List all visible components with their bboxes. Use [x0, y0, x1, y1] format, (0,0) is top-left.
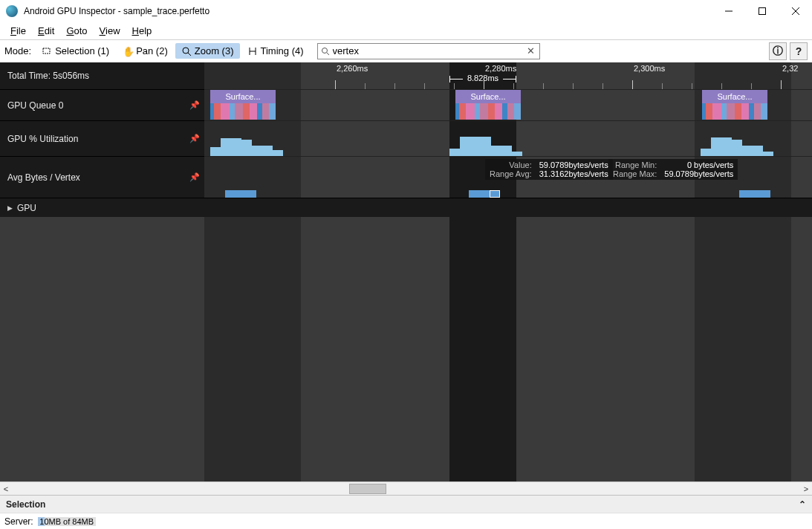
info-button[interactable]: ⓘ — [769, 42, 787, 60]
status-bar: Server: 10MB of 84MB — [0, 513, 812, 529]
track-avg-bytes: Avg Bytes / Vertex 📌 Value:59.0789bytes/… — [0, 156, 812, 198]
track-label-avg-bytes[interactable]: Avg Bytes / Vertex 📌 — [0, 156, 204, 198]
window-title: Android GPU Inspector - sample_trace.per… — [24, 6, 712, 16]
mode-pan-label: Pan (2) — [136, 45, 168, 56]
svg-line-11 — [327, 53, 329, 55]
ruler-row: Total Time: 5s056ms 4ms 2,260ms 2,280ms … — [0, 62, 812, 89]
svg-point-5 — [183, 48, 189, 53]
chevron-up-icon[interactable]: ⌃ — [799, 499, 806, 510]
hand-icon: ✋ — [123, 46, 133, 56]
mode-selection-button[interactable]: Selection (1) — [36, 43, 115, 59]
scrollbar-thumb[interactable] — [349, 484, 386, 494]
total-time-label: Total Time: 5s056ms 4ms — [0, 62, 204, 89]
track-gpu-util: GPU % Utilization 📌 — [0, 120, 812, 156]
minimize-button[interactable] — [712, 0, 745, 22]
timeline-empty[interactable] — [0, 217, 812, 481]
window-controls — [712, 0, 812, 22]
app-icon — [6, 5, 18, 17]
zoom-icon — [181, 46, 192, 56]
track-content-avg-bytes[interactable]: Value:59.0789bytes/verts Range Avg:31.31… — [204, 156, 812, 198]
menubar: File Edit Goto View Help — [0, 22, 812, 40]
scroll-right-icon[interactable]: > — [800, 484, 812, 493]
track-label-gpu-util[interactable]: GPU % Utilization 📌 — [0, 120, 204, 156]
mode-timing-button[interactable]: Timing (4) — [241, 43, 310, 59]
search-icon — [321, 47, 330, 56]
clear-search-icon[interactable]: ✕ — [525, 45, 536, 56]
mode-selection-label: Selection (1) — [55, 45, 109, 56]
horizontal-scrollbar[interactable]: < > — [0, 481, 812, 495]
track-content-gpu-queue[interactable]: Surface... Surface... Surface... — [204, 89, 812, 120]
menu-goto[interactable]: Goto — [60, 23, 93, 39]
mode-zoom-button[interactable]: Zoom (3) — [175, 43, 240, 59]
menu-help[interactable]: Help — [126, 23, 158, 39]
range-tooltip: Range Min:0 bytes/verts Range Max:59.078… — [608, 159, 738, 180]
toolbar-right: ⓘ ? — [769, 42, 808, 60]
mode-label: Mode: — [4, 45, 31, 56]
pin-icon[interactable]: 📌 — [189, 172, 200, 182]
memory-text: 10MB of 84MB — [38, 517, 96, 526]
selection-range-indicator: 8.828ms — [449, 62, 516, 89]
track-group-gpu[interactable]: ▶ GPU — [0, 198, 812, 217]
svg-line-6 — [188, 53, 191, 56]
window-titlebar: Android GPU Inspector - sample_trace.per… — [0, 0, 812, 22]
mode-timing-label: Timing (4) — [261, 45, 304, 56]
scroll-left-icon[interactable]: < — [0, 484, 12, 493]
svg-rect-1 — [759, 8, 765, 15]
ruler-track[interactable]: 2,260ms 2,280ms 2,300ms 2,32 8.828ms — [204, 62, 812, 89]
svg-rect-4 — [43, 48, 50, 53]
value-tooltip: Value:59.0789bytes/verts Range Avg:31.31… — [485, 159, 613, 180]
chevron-right-icon[interactable]: ▶ — [7, 204, 13, 212]
pin-icon[interactable]: 📌 — [189, 100, 200, 110]
pin-icon[interactable]: 📌 — [189, 134, 200, 143]
search-box[interactable]: ✕ — [317, 43, 540, 59]
search-input[interactable] — [330, 45, 525, 56]
memory-usage: 10MB of 84MB — [38, 517, 96, 526]
timeline[interactable]: Total Time: 5s056ms 4ms 2,260ms 2,280ms … — [0, 62, 812, 481]
help-button[interactable]: ? — [790, 42, 808, 60]
menu-file[interactable]: File — [4, 23, 32, 39]
selection-title: Selection — [6, 499, 45, 510]
server-label: Server: — [4, 516, 33, 527]
menu-edit[interactable]: Edit — [32, 23, 60, 39]
selection-panel-header[interactable]: Selection ⌃ — [0, 495, 812, 513]
toolbar: Mode: Selection (1) ✋ Pan (2) Zoom (3) T… — [0, 40, 812, 62]
close-button[interactable] — [779, 0, 812, 22]
surface-block[interactable]: Surface... — [702, 90, 767, 120]
info-icon: ⓘ — [773, 45, 783, 58]
mode-pan-button[interactable]: ✋ Pan (2) — [117, 43, 174, 59]
mode-zoom-label: Zoom (3) — [195, 45, 234, 56]
track-gpu-queue: GPU Queue 0 📌 Surface... Surface... Surf… — [0, 89, 812, 120]
surface-block[interactable]: Surface... — [210, 90, 276, 120]
surface-block[interactable]: Surface... — [455, 90, 521, 120]
track-content-gpu-util[interactable] — [204, 120, 812, 156]
svg-point-10 — [322, 48, 327, 53]
maximize-button[interactable] — [745, 0, 779, 22]
scrollbar-track[interactable] — [12, 483, 800, 495]
track-label-gpu-queue[interactable]: GPU Queue 0 📌 — [0, 89, 204, 120]
selection-icon — [42, 46, 52, 56]
timing-icon — [247, 46, 258, 56]
menu-view[interactable]: View — [94, 23, 126, 39]
question-icon: ? — [796, 45, 802, 57]
